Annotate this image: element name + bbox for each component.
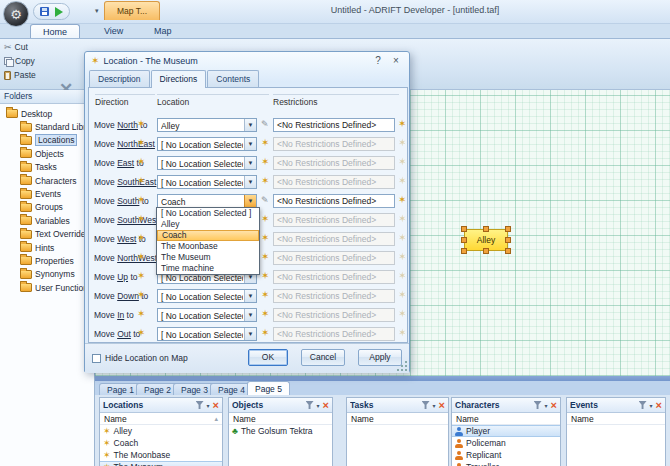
restrictions-generator-icon[interactable]: ✶ (398, 195, 406, 205)
restrictions-generator-icon[interactable]: ✶ (398, 138, 406, 148)
sidebar-item-variables[interactable]: Variables (0, 214, 94, 227)
location-select-down[interactable]: [ No Location Selected ]▼ (157, 289, 257, 303)
filter-dropdown-icon[interactable]: ▾ (650, 402, 653, 409)
location-select-southeast[interactable]: [ No Location Selected ]▼ (157, 175, 257, 189)
run-icon[interactable] (55, 7, 63, 17)
copy-button[interactable]: Copy (4, 56, 35, 66)
list-column-header[interactable]: Name (567, 413, 665, 425)
list-item[interactable]: ✶Coach (100, 437, 222, 449)
location-select-northeast[interactable]: [ No Location Selected ]▼ (157, 137, 257, 151)
filter-dropdown-icon[interactable]: ▾ (433, 402, 436, 409)
sidebar-item-properties[interactable]: Properties (0, 254, 94, 267)
generator-icon[interactable]: ✶ (137, 328, 145, 338)
sidebar-item-desktop[interactable]: Desktop (0, 107, 94, 120)
selection-handle[interactable] (483, 226, 489, 232)
dropdown-arrow-icon[interactable]: ▼ (244, 119, 256, 131)
restrictions-generator-icon[interactable]: ✶ (398, 252, 406, 262)
sidebar-item-text-overrides[interactable]: Text Overrides (0, 228, 94, 241)
cancel-button[interactable]: Cancel (301, 349, 345, 366)
selection-handle[interactable] (505, 226, 511, 232)
restrictions-generator-icon[interactable]: ✶ (398, 119, 406, 129)
dropdown-item[interactable]: Alley (157, 219, 259, 230)
sidebar-item-objects[interactable]: Objects (0, 147, 94, 160)
list-item[interactable]: Policeman (452, 437, 560, 449)
tab-directions[interactable]: Directions (151, 70, 207, 88)
list-column-header[interactable]: Name (452, 413, 560, 425)
ribbon-tab-view[interactable]: View (92, 24, 135, 38)
restrictions-generator-icon[interactable]: ✶ (398, 328, 406, 338)
dropdown-arrow-icon[interactable]: ▼ (244, 328, 256, 340)
selection-handle[interactable] (461, 237, 467, 243)
generator-icon[interactable]: ✶ (261, 214, 269, 224)
list-item[interactable]: ✶The Moonbase (100, 449, 222, 461)
list-item[interactable]: ♣The Golsum Tektra (229, 425, 332, 437)
restrictions-generator-icon[interactable]: ✶ (398, 290, 406, 300)
location-select-out[interactable]: [ No Location Selected ]▼ (157, 327, 257, 341)
location-select-north[interactable]: Alley▼ (157, 118, 257, 132)
selection-handle[interactable] (461, 248, 467, 254)
sidebar-item-characters[interactable]: Characters (0, 174, 94, 187)
apply-button[interactable]: Apply (358, 349, 402, 366)
ribbon-tab-map[interactable]: Map (142, 24, 184, 38)
save-icon[interactable] (40, 7, 49, 16)
list-item[interactable]: Replicant (452, 449, 560, 461)
tab-contents[interactable]: Contents (207, 70, 259, 87)
edit-location-icon[interactable]: ✎ (261, 119, 269, 129)
generator-icon[interactable]: ✶ (137, 176, 145, 186)
generator-icon[interactable]: ✶ (261, 138, 269, 148)
close-panel-icon[interactable]: × (551, 400, 557, 410)
dropdown-item[interactable]: The Moonbase (157, 241, 259, 252)
ok-button[interactable]: OK (248, 349, 288, 366)
list-item[interactable]: Traveller (452, 461, 560, 466)
sidebar-item-locations[interactable]: Locations (0, 134, 94, 147)
application-menu-button[interactable]: ⚙ (3, 1, 29, 27)
location-select-south[interactable]: Coach▼ (157, 194, 257, 208)
tab-description[interactable]: Description (89, 70, 150, 87)
list-column-header[interactable]: Name▴ (100, 413, 222, 425)
dropdown-item[interactable]: The Museum (157, 252, 259, 263)
filter-dropdown-icon[interactable]: ▾ (207, 402, 210, 409)
ribbon-tab-home[interactable]: Home (30, 24, 80, 38)
dropdown-arrow-icon[interactable]: ▼ (244, 157, 256, 169)
filter-dropdown-icon[interactable]: ▾ (317, 402, 320, 409)
generator-icon[interactable]: ✶ (137, 214, 145, 224)
generator-icon[interactable]: ✶ (137, 138, 145, 148)
selection-handle[interactable] (505, 248, 511, 254)
dropdown-item[interactable]: Time machine (157, 263, 259, 274)
cut-button[interactable]: ✂ Cut (4, 42, 28, 52)
filter-icon[interactable] (534, 401, 542, 409)
quick-access-dropdown-icon[interactable]: ▾ (95, 7, 99, 15)
generator-icon[interactable]: ✶ (261, 157, 269, 167)
dropdown-arrow-icon[interactable]: ▼ (244, 138, 256, 150)
restrictions-generator-icon[interactable]: ✶ (398, 157, 406, 167)
hide-location-checkbox-row[interactable]: Hide Location on Map (92, 353, 188, 363)
generator-icon[interactable]: ✶ (137, 233, 145, 243)
dropdown-arrow-icon[interactable]: ▼ (244, 195, 256, 207)
selection-handle[interactable] (461, 226, 467, 232)
filter-icon[interactable] (196, 401, 204, 409)
generator-icon[interactable]: ✶ (137, 195, 145, 205)
filter-icon[interactable] (306, 401, 314, 409)
dropdown-arrow-icon[interactable]: ▼ (244, 309, 256, 321)
selection-handle[interactable] (483, 248, 489, 254)
paste-button[interactable]: Paste (4, 70, 36, 80)
restrictions-generator-icon[interactable]: ✶ (398, 176, 406, 186)
resize-grip[interactable] (405, 369, 407, 371)
restrictions-generator-icon[interactable]: ✶ (398, 309, 406, 319)
filter-dropdown-icon[interactable]: ▾ (545, 402, 548, 409)
generator-icon[interactable]: ✶ (137, 309, 145, 319)
generator-icon[interactable]: ✶ (261, 271, 269, 281)
restrictions-generator-icon[interactable]: ✶ (398, 271, 406, 281)
hide-location-checkbox[interactable] (92, 354, 101, 363)
filter-icon[interactable] (639, 401, 647, 409)
generator-icon[interactable]: ✶ (261, 176, 269, 186)
restrictions-field[interactable]: <No Restrictions Defined> (273, 118, 395, 132)
dropdown-arrow-icon[interactable]: ▼ (244, 176, 256, 188)
list-column-header[interactable]: Name (229, 413, 332, 425)
list-item[interactable]: ✶The Museum (100, 461, 222, 466)
generator-icon[interactable]: ✶ (261, 290, 269, 300)
generator-icon[interactable]: ✶ (137, 271, 145, 281)
close-panel-icon[interactable]: × (656, 400, 662, 410)
restrictions-generator-icon[interactable]: ✶ (398, 214, 406, 224)
close-panel-icon[interactable]: × (439, 400, 445, 410)
